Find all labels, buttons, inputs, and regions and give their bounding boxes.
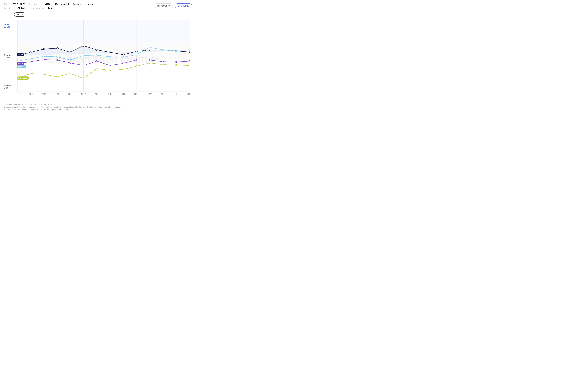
media-option[interactable]: Media [87,3,94,5]
svg-point-50 [43,59,45,60]
svg-point-25 [83,45,84,47]
svg-point-42 [122,57,124,58]
date-label: Date [4,3,9,5]
header-row-2: Countries Global Demographics Total [4,7,94,9]
business-option[interactable]: Business [73,3,83,5]
svg-point-24 [70,52,71,53]
svg-point-36 [43,56,45,57]
ngos-option[interactable]: NGOs [44,3,51,5]
svg-point-35 [30,58,31,59]
svg-text:NGOs: NGOs [18,54,23,56]
svg-point-66 [70,73,71,74]
svg-text:2024: 2024 [174,93,178,95]
neutral-range: 50-59% [4,57,17,59]
svg-point-75 [189,65,190,66]
svg-point-59 [162,61,164,62]
svg-point-40 [96,55,97,56]
svg-point-27 [109,52,111,53]
distrust-label-group: Distrust 0-49% [4,85,17,89]
svg-text:2014: 2014 [42,93,46,95]
svg-point-60 [175,61,177,63]
footnote: Edelman Trust Institute. 2025. Edelman T… [4,103,192,111]
svg-text:2012: 2012 [17,93,20,95]
total-option[interactable]: Total [48,7,53,9]
countries-value: Global [17,7,25,9]
svg-point-46 [175,50,177,52]
demographics-option[interactable]: Demographics [29,7,44,9]
svg-text:2019: 2019 [108,93,112,95]
svg-point-22 [43,48,45,50]
by-institution-button[interactable]: By Institution [155,3,173,8]
distrust-range: 0-49% [4,87,17,89]
svg-point-67 [83,78,84,79]
svg-point-51 [57,59,58,61]
svg-point-65 [57,76,58,77]
svg-point-38 [70,59,71,61]
svg-point-57 [136,59,137,61]
trust-label-group: Trust 60-100% [4,24,17,28]
svg-point-30 [149,49,150,51]
header-right: By Institution By Country [155,3,192,8]
svg-point-55 [109,65,111,66]
svg-point-72 [149,62,150,63]
svg-point-70 [122,69,124,70]
neutral-label: Neutral [4,54,17,57]
svg-point-49 [30,61,31,62]
svg-point-63 [30,73,31,74]
svg-point-37 [57,56,58,58]
svg-point-71 [136,66,137,67]
svg-point-41 [109,56,111,58]
svg-point-61 [189,61,190,62]
svg-text:Government: Government [18,77,28,79]
svg-point-74 [175,64,177,66]
svg-point-58 [149,59,150,61]
svg-text:Media: Media [18,62,23,64]
svg-point-73 [162,64,164,65]
svg-text:2016: 2016 [68,93,72,95]
svg-rect-0 [17,20,191,42]
svg-point-47 [189,50,190,52]
svg-point-39 [83,55,84,56]
institutions-option[interactable]: Institutions [29,3,40,5]
by-country-button[interactable]: By Country [175,3,192,8]
header: Date 2012 - 2025 Institutions NGOs Gover… [0,0,196,11]
svg-point-54 [96,61,97,62]
date-value: 2012 - 2025 [12,3,25,5]
svg-point-21 [30,52,31,53]
svg-point-43 [136,54,137,56]
svg-text:2021: 2021 [134,93,139,95]
footnote-line3: The Trust Index is the average percent t… [4,108,192,111]
svg-point-44 [149,47,150,48]
svg-point-68 [96,68,97,69]
trust-range: 60-100% [4,26,17,28]
svg-point-34 [17,61,18,62]
global-badge: Global [14,12,25,17]
svg-point-53 [83,65,84,66]
chart-container: Global Trust 60-100% Neutral 50-59% Dist… [4,12,192,100]
footnote-line2: Question Text: Below is a list of instit… [4,106,192,108]
svg-text:Business: Business [18,66,26,68]
header-left: Date 2012 - 2025 Institutions NGOs Gover… [4,3,94,9]
svg-text:2013: 2013 [28,93,33,95]
svg-text:2023: 2023 [161,93,165,95]
svg-point-28 [122,54,124,56]
countries-label: Countries [4,7,13,9]
svg-text:2022: 2022 [147,93,152,95]
chart-svg: NGOs Media Business Government 2012 2013 [17,19,191,99]
svg-point-29 [136,51,137,52]
neutral-label-group: Neutral 50-59% [4,54,17,59]
government-option[interactable]: Government [55,3,69,5]
trust-label: Trust [4,24,17,26]
svg-point-56 [122,63,124,64]
header-row-1: Date 2012 - 2025 Institutions NGOs Gover… [4,3,94,5]
svg-point-69 [109,70,111,71]
svg-text:2015: 2015 [55,93,59,95]
svg-text:2025: 2025 [187,93,191,95]
svg-point-23 [57,47,58,49]
svg-point-45 [162,49,164,51]
svg-text:2020: 2020 [121,93,125,95]
svg-point-52 [70,62,71,63]
distrust-label: Distrust [4,85,17,87]
svg-text:2017: 2017 [81,93,86,95]
svg-point-26 [96,49,97,51]
